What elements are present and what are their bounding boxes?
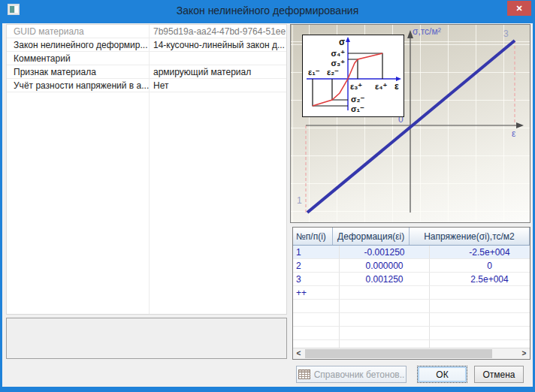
piecewise-law-inset-image: σ σ₄⁺ σ₃⁺ ε₁⁻ ε₂⁻ ε₃⁺ ε₄⁺ ε σ₂⁻ σ₁⁻ <box>302 35 404 117</box>
cell-empty[interactable] <box>340 286 430 300</box>
cell-strain[interactable]: 0.000000 <box>340 259 430 273</box>
inset-eps1-label: ε₁⁻ <box>308 68 320 77</box>
table-row[interactable]: 1 -0.001250 -2.5e+004 <box>293 246 530 259</box>
cell-index[interactable]: 1 <box>293 246 340 259</box>
column-header-stress: Напряжение(σi),тс/м2 <box>410 228 530 245</box>
concrete-reference-button[interactable]: Справочник бетонов.. <box>296 366 407 383</box>
cancel-button[interactable]: Отмена <box>474 366 524 383</box>
inset-sigma3-label: σ₃⁺ <box>331 59 346 68</box>
point-3-label: 3 <box>503 29 509 39</box>
concrete-reference-label: Справочник бетонов.. <box>314 369 405 380</box>
property-row-guid[interactable]: GUID материала 7b95d19a-aa24-47bd-9764-5… <box>7 25 286 38</box>
cell-strain[interactable]: -0.001250 <box>340 246 430 259</box>
property-label: GUID материала <box>7 26 149 37</box>
column-header-index: №п/п(i) <box>293 228 333 245</box>
inset-sigma1-label: σ₁⁻ <box>351 104 364 113</box>
property-row-law[interactable]: Закон нелинейного деформир... 14-кусочно… <box>7 38 286 52</box>
property-value: армирующий материал <box>149 67 286 77</box>
property-label: Учёт разности напряжений в а... <box>7 80 149 91</box>
y-axis-label: σ,тс/м² <box>413 26 441 37</box>
window-title: Закон нелинейного деформирования <box>0 5 535 17</box>
x-axis-label: ε <box>512 128 515 139</box>
table-row-empty[interactable] <box>293 327 530 340</box>
property-label: Комментарий <box>7 53 149 64</box>
cell-stress[interactable]: 0 <box>430 259 530 273</box>
property-description-box <box>6 318 287 359</box>
close-icon: ✕ <box>515 4 522 13</box>
property-value: Нет <box>149 80 286 91</box>
scroll-left-arrow-icon[interactable]: < <box>293 348 304 359</box>
property-grid-divider <box>149 25 150 314</box>
table-row-empty[interactable] <box>293 340 530 348</box>
cancel-label: Отмена <box>482 369 515 380</box>
inset-eps3-label: ε₃⁺ <box>350 82 362 91</box>
table-row-add[interactable]: ++ <box>293 286 530 300</box>
inset-sigma2-label: σ₂⁻ <box>351 95 364 104</box>
x-axis-arrow-icon <box>516 122 524 128</box>
property-row-material-type[interactable]: Признак материала армирующий материал <box>7 65 286 79</box>
table-row-empty[interactable] <box>293 300 530 313</box>
property-grid: GUID материала 7b95d19a-aa24-47bd-9764-5… <box>6 24 287 315</box>
stress-strain-chart: σ,тс/м² 3 0 ε 1 σ σ₄⁺ σ₃⁺ ε₁⁻ ε₂⁻ ε₃⁺ ε₄… <box>290 24 530 223</box>
inset-eps2-label: ε₂⁻ <box>327 68 339 77</box>
ok-button[interactable]: ОК <box>417 366 467 383</box>
cell-strain[interactable]: 0.001250 <box>340 273 430 286</box>
dialog-window: Закон нелинейного деформирования ✕ GUID … <box>0 0 535 392</box>
property-label: Закон нелинейного деформир... <box>7 40 149 50</box>
property-value: 7b95d19a-aa24-47bd-9764-51ee... <box>149 26 286 37</box>
table-row[interactable]: 3 0.001250 2.5e+004 <box>293 273 530 286</box>
table-body: 1 -0.001250 -2.5e+004 2 0.000000 0 3 0.0… <box>293 246 530 348</box>
property-label: Признак материала <box>7 67 149 77</box>
titlebar[interactable]: Закон нелинейного деформирования ✕ <box>0 0 535 23</box>
scrollbar-thumb[interactable] <box>305 349 492 358</box>
inset-sigma-label: σ <box>339 37 345 47</box>
horizontal-scrollbar[interactable]: < > <box>293 348 530 359</box>
point-1-label: 1 <box>297 195 302 206</box>
table-row-empty[interactable] <box>293 313 530 327</box>
table-header-row: №п/п(i) Деформация(εi) Напряжение(σi),тс… <box>293 228 530 246</box>
inset-sigma4-label: σ₄⁺ <box>331 49 345 58</box>
cell-empty[interactable] <box>430 286 530 300</box>
property-row-stress-difference[interactable]: Учёт разности напряжений в а... Нет <box>7 79 286 92</box>
cell-index[interactable]: 2 <box>293 259 340 273</box>
inset-eps-label: ε <box>394 81 399 92</box>
ok-label: ОК <box>436 369 448 380</box>
scroll-right-arrow-icon[interactable]: > <box>518 348 530 359</box>
cell-stress[interactable]: 2.5e+004 <box>430 273 530 286</box>
close-button[interactable]: ✕ <box>507 1 531 16</box>
points-table: №п/п(i) Деформация(εi) Напряжение(σi),тс… <box>292 227 530 360</box>
cell-index[interactable]: 3 <box>293 273 340 286</box>
column-header-strain: Деформация(εi) <box>333 228 410 245</box>
inset-eps4-label: ε₄⁺ <box>375 82 387 91</box>
table-row[interactable]: 2 0.000000 0 <box>293 259 530 273</box>
cell-stress[interactable]: -2.5e+004 <box>430 246 530 259</box>
cell-add-row[interactable]: ++ <box>293 286 340 300</box>
table-grid-icon <box>298 369 310 379</box>
property-row-comment[interactable]: Комментарий <box>7 52 286 65</box>
property-value: 14-кусочно-линейный закон д... <box>149 40 286 50</box>
